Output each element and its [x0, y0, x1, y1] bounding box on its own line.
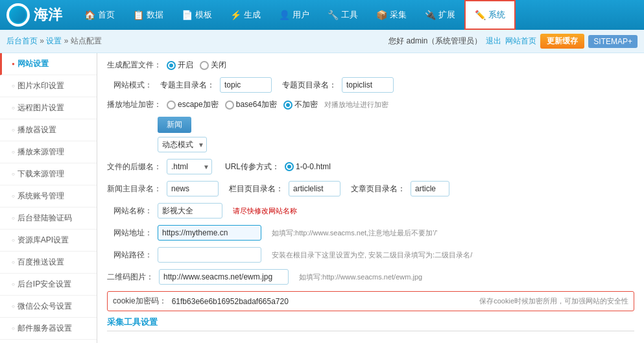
extend-icon: 🔌	[425, 10, 436, 20]
url-mode-label: URL传参方式：	[225, 161, 280, 172]
news-dir-label: 新闻主目录名：	[107, 183, 161, 195]
file-suffix-select-wrapper: .html ▼	[167, 159, 212, 174]
generate-close-radio[interactable]: 关闭	[200, 60, 226, 71]
sidebar-item-wechat[interactable]: ○ 微信公众号设置	[0, 296, 97, 318]
sidebar-item-player[interactable]: ○ 播放器设置	[0, 119, 97, 141]
nav-item-home[interactable]: 🏠 首页	[75, 0, 124, 30]
sidebar: ● 网站设置 ○ 图片水印设置 ○ 远程图片设置 ○ 播放器设置 ○ 播放来源管…	[0, 53, 97, 343]
site-url-row: 网站地址： 如填写:http://www.seacms.net,注意地址最后不要…	[107, 225, 634, 241]
sidebar-item-remote-image[interactable]: ○ 远程图片设置	[0, 97, 97, 119]
sidebar-item-baidu-push[interactable]: ○ 百度推送设置	[0, 252, 97, 274]
data-icon: 📋	[133, 10, 144, 20]
nav-item-system[interactable]: ✏️ 系统	[464, 0, 516, 30]
sidebar-item-system-account[interactable]: ○ 系统账号管理	[0, 185, 97, 207]
bullet-icon: ○	[12, 149, 15, 155]
sidebar-label-ip-security: 后台IP安全设置	[18, 279, 71, 290]
nav-item-template[interactable]: 📄 模板	[173, 0, 221, 30]
nav-menu: 🏠 首页 📋 数据 📄 模板 ⚡ 生成 👤 用户 🔧 工具 📦 采集 🔌	[75, 0, 638, 30]
sidebar-label-player: 播放器设置	[18, 124, 56, 136]
sidebar-label-image-watermark: 图片水印设置	[18, 80, 64, 91]
article-dir-input[interactable]	[411, 181, 449, 196]
nav-item-user[interactable]: 👤 用户	[270, 0, 318, 30]
file-suffix-label: 文件的后缀名：	[107, 161, 161, 172]
user-greeting: 您好 admin（系统管理员）	[388, 36, 482, 47]
generate-open-radio[interactable]: 开启	[167, 60, 193, 71]
nav-item-collect-label: 采集	[390, 9, 407, 21]
main-layout: ● 网站设置 ○ 图片水印设置 ○ 远程图片设置 ○ 播放器设置 ○ 播放来源管…	[0, 53, 644, 343]
website-mode-label: 网站模式：	[107, 80, 152, 91]
content-area: 生成配置文件： 开启 关闭 网站模式： 专题主目录名： 专题页目录名： 播放	[97, 53, 644, 343]
news-dirs-row: 新闻主目录名： 栏目页目录名： 文章页目录名：	[107, 181, 634, 196]
file-suffix-row: 文件的后缀名： .html ▼ URL传参方式： 1-0-0.html	[107, 159, 634, 174]
breadcrumb-settings[interactable]: 设置	[46, 36, 62, 45]
sidebar-item-api-settings[interactable]: ○ 资源库API设置	[0, 230, 97, 252]
sidebar-item-ip-security[interactable]: ○ 后台IP安全设置	[0, 274, 97, 296]
bullet-icon: ○	[12, 83, 15, 89]
breadcrumb-home[interactable]: 后台首页	[6, 36, 38, 45]
sidebar-item-image-watermark[interactable]: ○ 图片水印设置	[0, 75, 97, 97]
sitemap-button[interactable]: SITEMAP+	[588, 35, 638, 48]
sidebar-label-login-captcha: 后台登陆验证码	[18, 213, 72, 224]
topic-dir-input[interactable]	[220, 77, 272, 93]
url-mode-radio[interactable]: 1-0-0.html	[285, 162, 331, 171]
site-url-input[interactable]	[158, 225, 261, 241]
user-icon: 👤	[279, 10, 290, 20]
save-cache-button[interactable]: 更新缓存	[540, 34, 584, 49]
bullet-icon: ○	[12, 127, 15, 133]
sidebar-item-play-source[interactable]: ○ 播放来源管理	[0, 141, 97, 163]
topic-page-label: 专题页目录名：	[282, 80, 337, 91]
site-home-link[interactable]: 网站首页	[505, 36, 536, 47]
encode-row: 播放地址加密： escape加密 base64加密 不加密 对播放地址进行加密	[107, 99, 634, 110]
radio-open-circle	[167, 61, 176, 70]
url-mode-radio-group: 1-0-0.html	[285, 162, 331, 171]
cookie-hint: 保存cookie时候加密所用，可加强网站的安全性	[479, 296, 628, 306]
top-navigation: 海洋 🏠 首页 📋 数据 📄 模板 ⚡ 生成 👤 用户 🔧 工具 📦 采集	[0, 0, 644, 30]
nav-item-extend[interactable]: 🔌 扩展	[416, 0, 464, 30]
sidebar-label-system-account: 系统账号管理	[18, 191, 64, 202]
bullet-icon: ○	[12, 281, 15, 287]
encode-base64-radio[interactable]: base64加密	[225, 99, 277, 110]
logout-link[interactable]: 退出	[486, 36, 501, 47]
bullet-icon: ○	[12, 215, 15, 221]
sidebar-item-download-source[interactable]: ○ 下载来源管理	[0, 163, 97, 185]
article-dir-label: 文章页目录名：	[351, 183, 405, 195]
nav-item-tools[interactable]: 🔧 工具	[318, 0, 367, 30]
encode-escape-radio[interactable]: escape加密	[167, 99, 219, 110]
nav-item-data[interactable]: 📋 数据	[124, 0, 173, 30]
nav-item-generate[interactable]: ⚡ 生成	[221, 0, 270, 30]
sidebar-item-email[interactable]: ○ 邮件服务器设置	[0, 318, 97, 340]
generate-icon: ⚡	[230, 10, 241, 20]
sidebar-label-website-settings: 网站设置	[18, 58, 49, 69]
website-mode-row: 网站模式： 专题主目录名： 专题页目录名：	[107, 77, 634, 93]
site-name-input[interactable]	[158, 203, 222, 219]
news-button[interactable]: 新闻	[158, 117, 191, 133]
cookie-row: cookie加密码： 61fb63e6e6b16952badaf665a720 …	[107, 291, 634, 311]
file-suffix-select[interactable]: .html	[167, 159, 212, 174]
column-dir-input[interactable]	[289, 181, 340, 196]
radio-escape-circle	[167, 101, 176, 110]
url-mode-value: 1-0-0.html	[296, 162, 331, 171]
site-name-hint: 请尽快修改网站名称	[233, 206, 297, 216]
generate-config-radio-group: 开启 关闭	[167, 60, 226, 71]
topic-page-input[interactable]	[342, 77, 394, 93]
nav-item-user-label: 用户	[292, 9, 309, 21]
site-name-label: 网站名称：	[107, 206, 152, 217]
encode-escape-label: escape加密	[178, 99, 219, 110]
generate-config-label: 生成配置文件：	[107, 60, 161, 71]
logo: 海洋	[6, 3, 62, 27]
tools-icon: 🔧	[328, 10, 339, 20]
sidebar-item-login-captcha[interactable]: ○ 后台登陆验证码	[0, 207, 97, 230]
system-edit-icon: ✏️	[475, 10, 486, 20]
home-icon: 🏠	[84, 10, 95, 20]
qr-input[interactable]	[159, 269, 289, 285]
logo-circle	[6, 3, 30, 27]
qr-label: 二维码图片：	[107, 272, 154, 283]
dynamic-mode-select[interactable]: 动态模式	[158, 137, 207, 152]
nav-item-collect[interactable]: 📦 采集	[367, 0, 416, 30]
site-path-input[interactable]	[158, 247, 261, 263]
news-dir-input[interactable]	[167, 181, 219, 196]
encode-none-radio[interactable]: 不加密	[283, 99, 318, 110]
nav-item-generate-label: 生成	[244, 9, 261, 21]
sidebar-item-website-settings[interactable]: ● 网站设置	[0, 53, 97, 75]
bullet-icon: ●	[12, 61, 15, 67]
